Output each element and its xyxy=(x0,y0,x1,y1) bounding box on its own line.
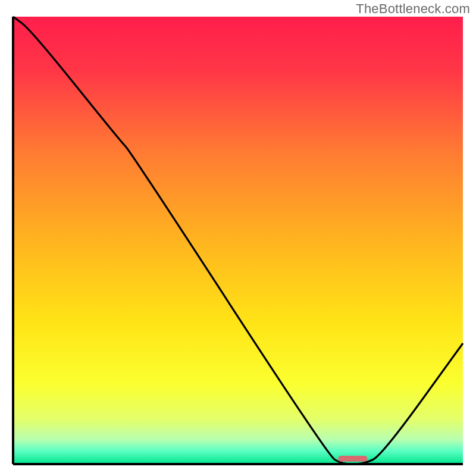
optimum-marker xyxy=(338,456,367,462)
bottleneck-chart xyxy=(0,0,476,476)
plot-gradient-bg xyxy=(13,17,463,464)
